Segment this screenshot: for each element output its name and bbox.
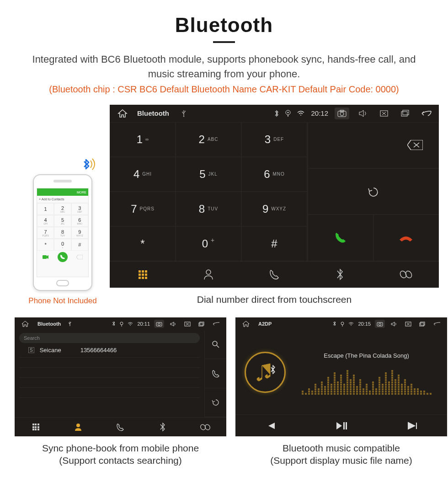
svg-rect-6 <box>401 112 407 116</box>
svg-point-13 <box>158 323 160 325</box>
gps-status-icon <box>120 322 123 327</box>
screenshot-button[interactable] <box>335 107 349 119</box>
nav-keypad-button[interactable] <box>110 262 176 288</box>
recent-apps-button[interactable] <box>417 320 427 328</box>
key-0[interactable]: 0+ <box>176 226 241 261</box>
nav-recent-button[interactable] <box>99 418 142 436</box>
play-pause-button[interactable] <box>336 421 347 430</box>
phone-not-included-label: Phone Not Included <box>27 296 98 306</box>
search-input[interactable]: Search <box>19 333 200 343</box>
page-title: Bluetooth <box>9 14 439 37</box>
wifi-status-icon <box>348 322 354 326</box>
key-7[interactable]: 7PQRS <box>110 192 176 226</box>
key-1[interactable]: 1∞ <box>110 122 176 157</box>
back-button[interactable] <box>432 320 442 328</box>
contact-row[interactable]: S Seicane 13566664466 <box>19 343 200 358</box>
nav-keypad-button[interactable] <box>15 418 57 436</box>
status-title: A2DP <box>258 321 272 327</box>
svg-rect-27 <box>343 422 345 429</box>
nav-pair-button[interactable] <box>373 262 439 288</box>
close-apps-button[interactable] <box>182 320 192 328</box>
key-6[interactable]: 6MNO <box>241 157 307 192</box>
svg-rect-15 <box>199 323 203 326</box>
delete-digit-button[interactable] <box>308 122 439 168</box>
side-call-button[interactable] <box>205 359 226 388</box>
music-bluetooth-icon <box>245 352 286 393</box>
music-visualizer: Escape (The Pina Colada Song) <box>295 349 438 395</box>
contacts-device: Bluetooth 20:11 <box>15 317 226 436</box>
bluetooth-spec: (Bluetooth chip : CSR BC6 Default Blueto… <box>9 84 439 95</box>
volume-button[interactable] <box>356 107 370 119</box>
switch-button[interactable] <box>308 168 439 215</box>
home-icon[interactable] <box>241 320 251 328</box>
nav-recent-button[interactable] <box>241 262 307 288</box>
dialer-device: Bluetooth 20:12 <box>110 105 439 288</box>
svg-point-21 <box>341 322 344 325</box>
key-5[interactable]: 5JKL <box>176 157 241 192</box>
home-icon[interactable] <box>20 320 30 328</box>
dialer-keypad: 1∞ 2ABC 3DEF 4GHI 5JKL 6MNO 7PQRS 8TUV 9… <box>110 122 307 261</box>
status-bar: Bluetooth 20:12 <box>110 105 439 122</box>
close-apps-button[interactable] <box>403 320 413 328</box>
call-button[interactable] <box>308 215 373 261</box>
svg-point-11 <box>120 322 123 325</box>
key-2[interactable]: 2ABC <box>176 122 241 157</box>
svg-rect-0 <box>43 255 47 259</box>
clock-time: 20:15 <box>358 321 371 327</box>
back-button[interactable] <box>419 107 433 119</box>
side-search-button[interactable] <box>205 330 226 359</box>
wifi-status-icon <box>297 111 304 116</box>
nav-bluetooth-button[interactable] <box>142 418 184 436</box>
nav-pair-button[interactable] <box>184 418 226 436</box>
screenshot-button[interactable] <box>375 320 385 328</box>
bottom-nav <box>110 261 439 288</box>
next-track-button[interactable] <box>407 422 417 430</box>
home-icon[interactable] <box>115 107 130 119</box>
key-4[interactable]: 4GHI <box>110 157 176 192</box>
phone-topbar: MORE <box>37 188 88 196</box>
screenshot-button[interactable] <box>154 320 164 328</box>
volume-button[interactable] <box>389 320 399 328</box>
clock-time: 20:11 <box>137 321 150 327</box>
contacts-caption: Sync phone-book from mobile phone (Suppo… <box>15 442 226 467</box>
back-button[interactable] <box>211 320 221 328</box>
key-3[interactable]: 3DEF <box>241 122 307 157</box>
prev-track-button[interactable] <box>266 422 276 430</box>
svg-rect-28 <box>346 422 347 429</box>
side-sync-button[interactable] <box>205 388 226 417</box>
svg-rect-7 <box>403 110 409 115</box>
nav-contacts-button[interactable] <box>57 418 100 436</box>
bluetooth-signal-icon <box>78 156 100 178</box>
phone-delete-icon <box>75 252 85 262</box>
recent-apps-button[interactable] <box>197 320 207 328</box>
usb-icon <box>176 107 191 119</box>
key-8[interactable]: 8TUV <box>176 192 241 226</box>
svg-point-18 <box>76 424 80 427</box>
svg-point-23 <box>379 323 381 325</box>
smartphone-mockup: MORE + Add to Contacts 1 2ABC 3DEF 4GHI … <box>33 174 92 291</box>
key-star[interactable]: * <box>110 226 176 261</box>
key-hash[interactable]: # <box>241 226 307 261</box>
status-title: Bluetooth <box>37 321 61 327</box>
song-title: Escape (The Pina Colada Song) <box>295 352 438 359</box>
usb-icon <box>68 321 72 327</box>
phone-call-icon <box>58 252 68 262</box>
recent-apps-button[interactable] <box>398 107 412 119</box>
close-apps-button[interactable] <box>377 107 391 119</box>
svg-point-8 <box>206 270 211 274</box>
nav-contacts-button[interactable] <box>176 262 241 288</box>
phone-keypad: 1 2ABC 3DEF 4GHI 5JKL 6MNO 7PQRS 8TUV 9W… <box>37 203 88 251</box>
gps-status-icon <box>341 322 344 327</box>
status-title: Bluetooth <box>137 109 169 117</box>
svg-point-17 <box>213 341 217 346</box>
key-9[interactable]: 9WXYZ <box>241 192 307 226</box>
dialer-caption: Dial number direct from touchscreen <box>110 293 439 306</box>
feature-description: Integrated with BC6 Bluetooth module, su… <box>18 52 430 81</box>
phone-add-contacts: + Add to Contacts <box>37 196 88 203</box>
nav-bluetooth-button[interactable] <box>307 262 373 288</box>
title-underline <box>213 41 235 43</box>
volume-button[interactable] <box>168 320 178 328</box>
clock-time: 20:12 <box>311 109 328 117</box>
hangup-button[interactable] <box>373 215 439 261</box>
status-bar-music: A2DP 20:15 <box>235 317 447 330</box>
